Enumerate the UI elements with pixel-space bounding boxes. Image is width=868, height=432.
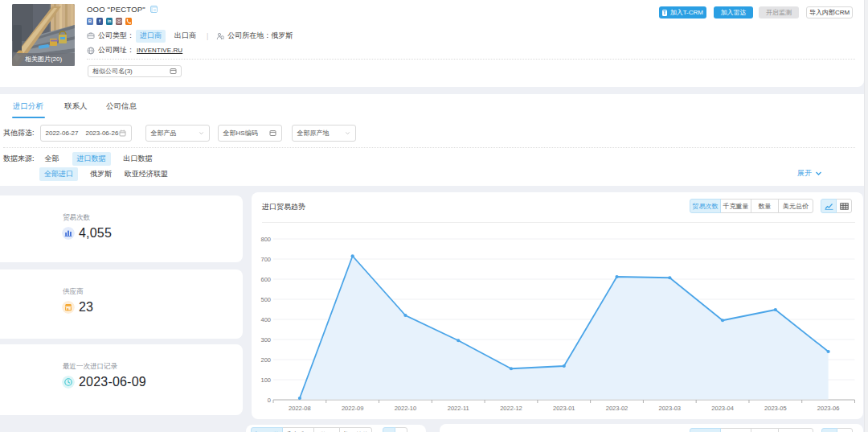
last-import-card: 最近一次进口记录 2023-06-09 <box>0 344 243 415</box>
svg-text:2022-11: 2022-11 <box>448 405 469 412</box>
svg-text:2022-08: 2022-08 <box>289 405 311 412</box>
region-eaeu[interactable]: 欧亚经济联盟 <box>125 169 168 179</box>
import-internal-crm-button[interactable]: 导入内部CRM <box>806 6 853 19</box>
source-all[interactable]: 全部 <box>45 154 59 164</box>
svg-text:2022-10: 2022-10 <box>395 405 417 412</box>
table-view-button[interactable] <box>836 199 852 213</box>
website-link[interactable]: INVENTIVE.RU <box>137 47 182 54</box>
similar-companies-select[interactable]: 相似公司名(3) <box>88 65 182 77</box>
location-value: 俄罗斯 <box>271 31 293 41</box>
table-icon <box>840 203 849 210</box>
camera-icon[interactable] <box>116 18 122 25</box>
phone-icon[interactable] <box>125 18 132 25</box>
region-russia[interactable]: 俄罗斯 <box>90 169 112 179</box>
svg-text:2022-09: 2022-09 <box>342 405 364 412</box>
chart-title: 进口贸易趋势 <box>262 202 305 212</box>
svg-text:2023-06: 2023-06 <box>817 405 840 412</box>
last-import-value: 2023-06-09 <box>79 375 146 389</box>
calendar-icon <box>119 130 126 137</box>
similar-companies-label: 相似公司名(3) <box>92 67 133 76</box>
copy-icon[interactable] <box>150 6 158 13</box>
exporter-label[interactable]: 出口商 <box>174 31 196 41</box>
metric-trade-count[interactable]: 贸易次数 <box>690 428 721 432</box>
region-all-import[interactable]: 全部进口 <box>39 167 78 181</box>
last-import-label: 最近一次进口记录 <box>63 362 117 372</box>
add-to-tcrm-button[interactable]: T 加入T-CRM <box>659 6 706 19</box>
origin-select[interactable]: 全部原产地 <box>292 125 356 142</box>
product-select[interactable]: 全部产品 <box>145 125 210 142</box>
page-scrollbar[interactable] <box>864 0 868 432</box>
importer-pill[interactable]: 进口商 <box>136 30 166 43</box>
bar-chart-icon <box>62 227 75 240</box>
source-export-data[interactable]: 出口数据 <box>124 154 153 164</box>
company-photo-thumbnail[interactable]: 相关图片(20) <box>12 4 75 66</box>
metric-quantity[interactable]: 数量 <box>751 199 779 213</box>
svg-text:2023-05: 2023-05 <box>764 405 787 412</box>
tcrm-icon: T <box>662 10 667 16</box>
bottom-right-chart-card: 贸易次数 千克重量 数量 美元总价 <box>440 424 863 432</box>
svg-text:2023-01: 2023-01 <box>553 405 575 412</box>
view-toggle-group <box>821 428 853 432</box>
table-view-button[interactable] <box>837 428 853 432</box>
company-header-card: 相关图片(20) OOO "PECTOP" B f in 公司类型： 进口商 出… <box>0 0 864 87</box>
trend-line-chart[interactable]: 01002003004005006007008002022-082022-092… <box>252 224 863 419</box>
metric-kg-weight[interactable]: 千克重量 <box>720 428 751 432</box>
add-to-radar-button[interactable]: 加入雷达 <box>714 6 753 19</box>
svg-text:2023-04: 2023-04 <box>711 405 734 412</box>
related-images-caption[interactable]: 相关图片(20) <box>12 53 75 66</box>
metric-usd-total[interactable]: 美元总价 <box>778 199 813 213</box>
card-divider <box>262 222 855 223</box>
svg-text:200: 200 <box>260 356 271 364</box>
date-range-picker[interactable]: 2022-06-27 2023-06-26 <box>40 125 132 142</box>
svg-text:300: 300 <box>260 336 271 344</box>
store-icon <box>62 301 75 314</box>
metric-trade-count[interactable]: 贸易次数 <box>251 427 283 432</box>
svg-text:700: 700 <box>260 256 271 263</box>
line-chart-icon <box>825 203 833 210</box>
company-website-row: 公司网址： INVENTIVE.RU <box>87 45 182 56</box>
trade-count-value: 4,055 <box>79 226 112 241</box>
metric-toggle-group: 贸易次数 千克重量 数量 美元总价 <box>690 199 813 213</box>
company-type-label: 公司类型： <box>98 31 134 41</box>
hs-code-value: 全部HS编码 <box>223 129 258 138</box>
metric-quantity[interactable]: 数量 <box>313 427 340 432</box>
chevron-down-icon <box>345 130 350 136</box>
svg-text:400: 400 <box>260 316 271 323</box>
company-type-row: 公司类型： 进口商 出口商 | 公司所在地： 俄罗斯 <box>87 31 293 41</box>
svg-text:0: 0 <box>268 397 271 404</box>
metric-kg-weight[interactable]: 千克重量 <box>282 427 314 432</box>
data-source-label: 数据来源: <box>3 154 35 164</box>
table-view-button[interactable] <box>395 427 407 432</box>
active-tab-underline <box>12 117 45 119</box>
behance-icon[interactable]: B <box>87 18 93 25</box>
location-label: 公司所在地： <box>227 31 271 41</box>
line-chart-view-button[interactable] <box>821 428 837 432</box>
social-links: B f in <box>87 18 132 25</box>
date-end: 2023-06-26 <box>85 130 118 137</box>
facebook-icon[interactable]: f <box>96 18 103 25</box>
add-to-tcrm-label: 加入T-CRM <box>670 8 703 17</box>
clock-icon <box>62 376 75 389</box>
tab-company-info[interactable]: 公司信息 <box>106 101 137 112</box>
linkedin-icon[interactable]: in <box>106 18 113 25</box>
globe-icon <box>87 47 95 55</box>
svg-text:2023-03: 2023-03 <box>659 405 682 412</box>
metric-quantity[interactable]: 数量 <box>751 428 779 432</box>
company-type-icon <box>87 32 95 40</box>
location-icon <box>216 32 224 40</box>
svg-text:600: 600 <box>260 276 271 283</box>
dotted-divider <box>3 147 855 148</box>
metric-kg-weight[interactable]: 千克重量 <box>720 199 751 213</box>
metric-trade-count[interactable]: 贸易次数 <box>690 199 721 213</box>
line-chart-view-button[interactable] <box>383 427 395 432</box>
start-monitoring-button[interactable]: 开启监测 <box>759 6 799 19</box>
tab-import-analysis[interactable]: 进口分析 <box>13 101 43 112</box>
hs-code-select[interactable]: 全部HS编码 <box>218 125 282 142</box>
line-chart-view-button[interactable] <box>821 199 837 213</box>
other-filters-label: 其他筛选: <box>3 128 35 138</box>
expand-toggle[interactable]: 展开 <box>797 168 822 179</box>
source-import-data[interactable]: 进口数据 <box>72 152 111 166</box>
tab-contacts[interactable]: 联系人 <box>64 101 88 112</box>
metric-usd-total[interactable]: 美元总价 <box>339 427 372 432</box>
metric-usd-total[interactable]: 美元总价 <box>778 428 813 432</box>
